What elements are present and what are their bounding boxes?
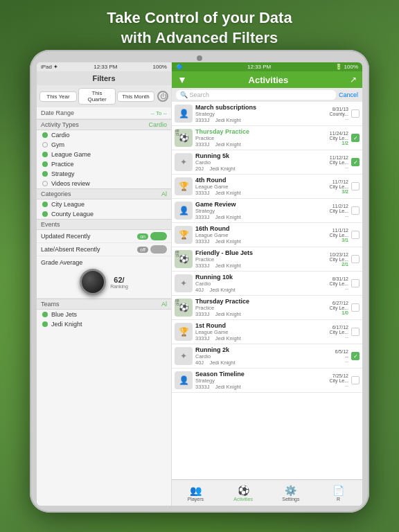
this-month-button[interactable]: This Month bbox=[117, 91, 154, 102]
activity-checkbox[interactable] bbox=[351, 255, 360, 263]
filter-videos-review[interactable]: Videos review bbox=[37, 179, 171, 188]
activity-checkbox[interactable] bbox=[351, 303, 360, 312]
activity-name: Running 10k bbox=[195, 274, 329, 281]
tab-activities[interactable]: ⚽ Activities bbox=[220, 480, 267, 506]
tab-reports[interactable]: 📄 R bbox=[314, 480, 362, 506]
activity-icon-star: ✦ bbox=[175, 153, 193, 171]
filter-jedi-knight[interactable]: Jedi Knight bbox=[37, 319, 171, 329]
knob-container: 62/ Ranking bbox=[41, 269, 167, 295]
filter-cardio[interactable]: Cardio bbox=[37, 130, 171, 140]
events-header: Events bbox=[37, 219, 171, 230]
activity-sub: Cardio bbox=[195, 281, 329, 287]
activity-types-header: Activity Types Cardio bbox=[37, 119, 171, 130]
right-battery: 🔋 100% bbox=[335, 64, 358, 70]
reports-icon: 📄 bbox=[332, 485, 344, 496]
activity-info: Running 5k Cardio 20J Jedi Knight bbox=[195, 152, 329, 172]
activity-sub2: 20J Jedi Knight bbox=[195, 166, 329, 172]
filter-icon[interactable]: ▼ bbox=[177, 74, 187, 85]
grade-average-section: Grade Average 62/ Ranking bbox=[37, 256, 171, 299]
updated-recently-row[interactable]: Updated Recently on bbox=[37, 230, 171, 243]
list-item[interactable]: 👤 Game Review Strategy 3333J Jedi Knight… bbox=[172, 199, 362, 223]
activity-icon-star: ✦ bbox=[175, 274, 193, 292]
tab-settings-label: Settings bbox=[282, 497, 299, 502]
power-button[interactable]: ⏻ bbox=[157, 91, 168, 102]
list-item[interactable]: 🏆 4th Round League Game 3333J Jedi Knigh… bbox=[172, 175, 362, 199]
activity-info: Friendly - Blue Jets Practice 3333J Jedi… bbox=[195, 249, 329, 269]
tab-settings[interactable]: ⚙️ Settings bbox=[267, 480, 315, 506]
activity-icon-person: 👤 bbox=[175, 202, 193, 220]
activity-meta: 6/27/12 City Le... 1/0 bbox=[329, 301, 348, 315]
list-item[interactable]: 🏆 1st Round League Game 3333J Jedi Knigh… bbox=[172, 320, 362, 344]
dot-green bbox=[42, 171, 48, 177]
activity-name: 4th Round bbox=[195, 177, 329, 184]
list-item[interactable]: ✦ Running 5k Cardio 20J Jedi Knight 11/1… bbox=[172, 150, 362, 175]
dot-green bbox=[42, 211, 48, 217]
filter-city-league[interactable]: City League bbox=[37, 200, 171, 209]
activity-icon-trophy: 🏆 bbox=[175, 177, 193, 195]
search-input[interactable]: 🔍 Search bbox=[176, 90, 336, 100]
activity-icon-person: 👤 bbox=[175, 371, 193, 389]
filter-gym[interactable]: Gym bbox=[37, 140, 171, 150]
activity-checkbox[interactable] bbox=[351, 328, 360, 336]
activities-title: Activities bbox=[249, 75, 289, 85]
share-icon[interactable]: ↗ bbox=[350, 75, 357, 85]
activity-info: Thursday Practice Practice 3333J Jedi Kn… bbox=[195, 298, 329, 317]
activity-checkbox[interactable]: ✓ bbox=[351, 158, 360, 166]
this-quarter-button[interactable]: This Quarter bbox=[78, 88, 116, 105]
date-range-row[interactable]: Date Range -- To -- bbox=[37, 107, 171, 119]
left-status-bar: iPad ✦ 12:33 PM 100% bbox=[37, 62, 171, 71]
list-item[interactable]: 👤 Season Timeline Strategy 3333J Jedi Kn… bbox=[172, 369, 362, 393]
settings-icon: ⚙️ bbox=[285, 485, 296, 496]
activity-meta: 11/1/12 City Le... 3/1 bbox=[329, 228, 348, 242]
activity-sub2: 3333J Jedi Knight bbox=[195, 335, 329, 342]
list-item[interactable]: ✦ Running 10k Cardio 40J Jedi Knight 8/3… bbox=[172, 272, 362, 296]
list-item[interactable]: ✦ Running 2k Cardio 40J Jedi Knight 6/5/… bbox=[172, 344, 362, 369]
dot-green bbox=[42, 132, 48, 138]
activities-list: 👤 March subscriptions Strategy 3333J Jed… bbox=[172, 102, 362, 479]
activity-checkbox[interactable]: ✓ bbox=[351, 134, 360, 142]
filter-league-game[interactable]: League Game bbox=[37, 150, 171, 159]
updated-recently-toggle[interactable] bbox=[150, 232, 167, 240]
activity-sub: Practice bbox=[195, 256, 329, 263]
activity-name: 16th Round bbox=[195, 225, 329, 232]
activity-sub: Strategy bbox=[195, 111, 330, 117]
filter-blue-jets[interactable]: Blue Jets bbox=[37, 310, 171, 319]
tab-players[interactable]: 👥 Players bbox=[172, 480, 220, 506]
activity-info: 4th Round League Game 3333J Jedi Knight bbox=[195, 177, 329, 196]
right-status-bar: 🔷 12:33 PM 🔋 100% bbox=[172, 62, 362, 71]
list-item[interactable]: 👤 March subscriptions Strategy 3333J Jed… bbox=[172, 102, 362, 126]
activity-sub: Cardio bbox=[195, 159, 329, 166]
cancel-button[interactable]: Cancel bbox=[339, 91, 358, 98]
ipad-frame: iPad ✦ 12:33 PM 100% Filters This Year T… bbox=[30, 50, 369, 513]
list-item[interactable]: 8875 ⚽ Friendly - Blue Jets Practice 333… bbox=[172, 247, 362, 272]
filter-strategy[interactable]: Strategy bbox=[37, 169, 171, 179]
header: Take Control of your Data with Advanced … bbox=[0, 8, 399, 48]
activity-meta: 11/12/12 City Le... -- bbox=[329, 155, 348, 170]
late-absent-toggle[interactable] bbox=[150, 245, 167, 254]
filters-title: Filters bbox=[37, 71, 171, 85]
activity-meta: 8/31/12 City Le... -- bbox=[329, 276, 348, 291]
activity-name: Thursday Practice bbox=[195, 298, 329, 305]
ipad-indicator: iPad ✦ bbox=[41, 64, 58, 70]
grade-knob[interactable] bbox=[80, 269, 106, 295]
activity-name: Game Review bbox=[195, 201, 329, 208]
activity-icon-trophy: 🏆 bbox=[175, 323, 193, 341]
late-absent-row[interactable]: Late/Absent Recently off bbox=[37, 243, 171, 256]
activity-checkbox[interactable]: ✓ bbox=[351, 352, 360, 360]
activity-meta: 6/5/12 -- -- bbox=[335, 349, 348, 364]
header-line1: Take Control of your Data bbox=[0, 8, 399, 28]
activity-checkbox[interactable] bbox=[351, 231, 360, 239]
list-item[interactable]: 8875 ⚽ Thursday Practice Practice 3333J … bbox=[172, 126, 362, 150]
filter-practice[interactable]: Practice bbox=[37, 159, 171, 169]
this-year-button[interactable]: This Year bbox=[39, 91, 77, 102]
activity-checkbox[interactable] bbox=[351, 279, 360, 287]
activity-checkbox[interactable] bbox=[351, 206, 360, 215]
activity-checkbox[interactable] bbox=[351, 182, 360, 190]
activity-checkbox[interactable] bbox=[351, 376, 360, 384]
list-item[interactable]: 8875 ⚽ Thursday Practice Practice 3333J … bbox=[172, 296, 362, 320]
activity-name: Running 5k bbox=[195, 152, 329, 159]
filter-county-league[interactable]: County League bbox=[37, 209, 171, 219]
activity-sub2: 3333J Jedi Knight bbox=[195, 263, 329, 269]
activity-checkbox[interactable] bbox=[351, 109, 360, 118]
list-item[interactable]: 🏆 16th Round League Game 3333J Jedi Knig… bbox=[172, 223, 362, 247]
